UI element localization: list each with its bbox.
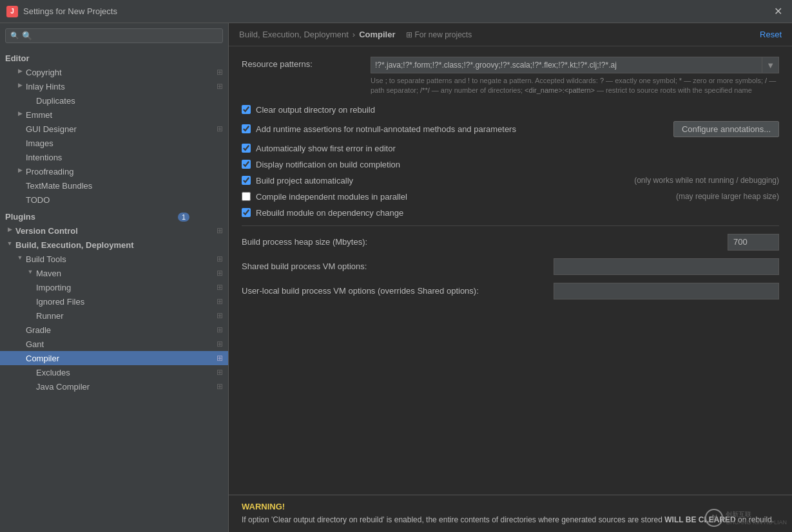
shared-vm-input[interactable] (554, 258, 779, 275)
user-local-vm-input[interactable] (554, 283, 779, 299)
check-label-notification: Display notification on build completion (256, 160, 779, 169)
checkbox-build-auto[interactable] (242, 176, 251, 185)
sidebar-item-runner[interactable]: Runner ⊞ (0, 309, 228, 323)
action-runner: ⊞ (217, 311, 223, 320)
sidebar-item-inlay-hints[interactable]: ▶ Inlay Hints ⊞ (0, 79, 228, 93)
sidebar-label-version-control: Version Control (15, 226, 78, 236)
window-title: Settings for New Projects (23, 6, 117, 16)
arrow-proofreading: ▶ (15, 167, 24, 176)
action-java-compiler: ⊞ (217, 382, 223, 391)
sidebar-item-images[interactable]: Images (0, 136, 228, 150)
sidebar-item-textmate[interactable]: TextMate Bundles (0, 178, 228, 193)
action-version-control: ⊞ (217, 226, 223, 235)
sidebar-item-duplicates[interactable]: Duplicates (0, 93, 228, 108)
action-excludes: ⊞ (217, 368, 223, 377)
breadcrumb-parent: Build, Execution, Deployment (239, 30, 349, 39)
resource-patterns-input[interactable] (371, 57, 762, 73)
sidebar-item-build-exec[interactable]: ▼ Build, Execution, Deployment (0, 238, 228, 252)
sidebar-label-todo: TODO (26, 195, 50, 205)
sidebar-label-build-tools: Build Tools (26, 254, 66, 264)
check-row-build-auto: Build project automatically (only works … (242, 176, 779, 185)
resource-patterns-row: Resource patterns: ▼ Use ; to separate p… (242, 57, 779, 96)
sidebar-item-copyright[interactable]: ▶ Copyright ⊞ (0, 65, 228, 79)
sidebar-item-importing[interactable]: Importing ⊞ (0, 280, 228, 294)
check-label-rebuild-dep: Rebuild module on dependency change (256, 208, 779, 218)
sidebar-item-intentions[interactable]: Intentions (0, 150, 228, 164)
action-gui-designer: ⊞ (217, 124, 223, 133)
arrow-maven: ▼ (26, 269, 35, 278)
title-bar: J Settings for New Projects ✕ (0, 0, 792, 23)
sidebar-label-images: Images (26, 138, 53, 148)
resource-input-wrap: ▼ Use ; to separate patterns and ! to ne… (371, 57, 779, 96)
sidebar-item-build-tools[interactable]: ▼ Build Tools ⊞ (0, 252, 228, 266)
sidebar-label-excludes: Excludes (36, 368, 70, 377)
sidebar-label-importing: Importing (36, 283, 71, 292)
sidebar-label-copyright: Copyright (26, 68, 62, 77)
arrow-copyright: ▶ (15, 68, 24, 77)
watermark: 创 创新互联 CHUANG XIN HU LIAN (705, 509, 787, 527)
sidebar-item-editor[interactable]: Editor (0, 51, 228, 65)
heap-size-input[interactable] (728, 234, 779, 251)
check-label-compile-parallel: Compile independent modules in parallel (256, 192, 668, 202)
shared-vm-row: Shared build process VM options: (242, 258, 779, 275)
action-gant: ⊞ (217, 339, 223, 348)
configure-annotations-button[interactable]: Configure annotations... (673, 121, 779, 137)
checkbox-notification[interactable] (242, 160, 251, 169)
sidebar-label-gradle: Gradle (26, 325, 51, 335)
resource-hint: Use ; to separate patterns and ! to nega… (371, 76, 779, 96)
tag-text: For new projects (415, 30, 472, 39)
check-label-build-auto: Build project automatically (256, 176, 626, 185)
check-row-clear-output: Clear output directory on rebuild (242, 105, 779, 115)
user-local-vm-row: User-local build process VM options (ove… (242, 283, 779, 299)
checkbox-add-runtime[interactable] (242, 124, 251, 133)
search-box[interactable]: 🔍 (5, 28, 223, 43)
checkbox-auto-show[interactable] (242, 144, 251, 153)
heap-size-label: Build process heap size (Mbytes): (242, 237, 728, 247)
check-row-add-runtime: Add runtime assertions for notnull-annot… (242, 121, 779, 137)
watermark-text: 创新互联 CHUANG XIN HU LIAN (726, 510, 787, 526)
sidebar-item-excludes[interactable]: Excludes ⊞ (0, 365, 228, 379)
resource-input-row: ▼ (371, 57, 779, 73)
sidebar-label-proofreading: Proofreading (26, 167, 73, 176)
panel-body: Resource patterns: ▼ Use ; to separate p… (229, 46, 792, 495)
check-note-compile-parallel: (may require larger heap size) (676, 192, 779, 201)
sidebar-item-gant[interactable]: Gant ⊞ (0, 337, 228, 351)
check-label-add-runtime: Add runtime assertions for notnull-annot… (256, 124, 668, 134)
checkbox-rebuild-dep[interactable] (242, 208, 251, 217)
watermark-logo: 创 (705, 509, 723, 527)
check-row-auto-show: Automatically show first error in editor (242, 144, 779, 153)
breadcrumb-bar: Build, Execution, Deployment › Compiler … (229, 23, 792, 46)
reset-button[interactable]: Reset (760, 30, 782, 39)
sidebar-label-java-compiler: Java Compiler (36, 382, 90, 392)
sidebar-item-plugins[interactable]: Plugins 1 (0, 209, 228, 223)
sidebar-item-gradle[interactable]: Gradle ⊞ (0, 323, 228, 337)
check-row-rebuild-dep: Rebuild module on dependency change (242, 208, 779, 218)
arrow-version-control: ▶ (5, 226, 14, 235)
checkbox-compile-parallel[interactable] (242, 192, 251, 201)
sidebar-item-version-control[interactable]: ▶ Version Control ⊞ (0, 223, 228, 238)
sidebar-label-textmate: TextMate Bundles (26, 181, 92, 191)
sidebar-item-compiler[interactable]: Compiler ⊞ (0, 351, 228, 365)
sidebar-item-emmet[interactable]: ▶ Emmet (0, 108, 228, 122)
sidebar-item-gui-designer[interactable]: GUI Designer ⊞ (0, 122, 228, 136)
sidebar-item-ignored-files[interactable]: Ignored Files ⊞ (0, 294, 228, 309)
breadcrumb-tag: ⊞ For new projects (406, 30, 472, 39)
sidebar-item-todo[interactable]: TODO (0, 193, 228, 207)
resource-expand-button[interactable]: ▼ (762, 57, 779, 73)
sidebar-label-gui-designer: GUI Designer (26, 124, 77, 134)
sidebar-item-proofreading[interactable]: ▶ Proofreading (0, 164, 228, 178)
search-input[interactable] (22, 31, 218, 41)
action-copyright: ⊞ (217, 68, 223, 77)
arrow-build-exec: ▼ (5, 240, 14, 249)
close-button[interactable]: ✕ (770, 4, 786, 19)
sidebar-label-inlay-hints: Inlay Hints (26, 82, 65, 91)
arrow-inlay-hints: ▶ (15, 82, 24, 91)
action-maven: ⊞ (217, 269, 223, 278)
sidebar-item-java-compiler[interactable]: Java Compiler ⊞ (0, 379, 228, 394)
check-label-auto-show: Automatically show first error in editor (256, 144, 779, 153)
breadcrumb-current: Compiler (359, 30, 395, 39)
checkbox-clear-output[interactable] (242, 105, 251, 114)
tree: Editor ▶ Copyright ⊞ ▶ Inlay Hints ⊞ Dup… (0, 48, 228, 532)
arrow-duplicates (26, 96, 35, 105)
sidebar-item-maven[interactable]: ▼ Maven ⊞ (0, 266, 228, 280)
